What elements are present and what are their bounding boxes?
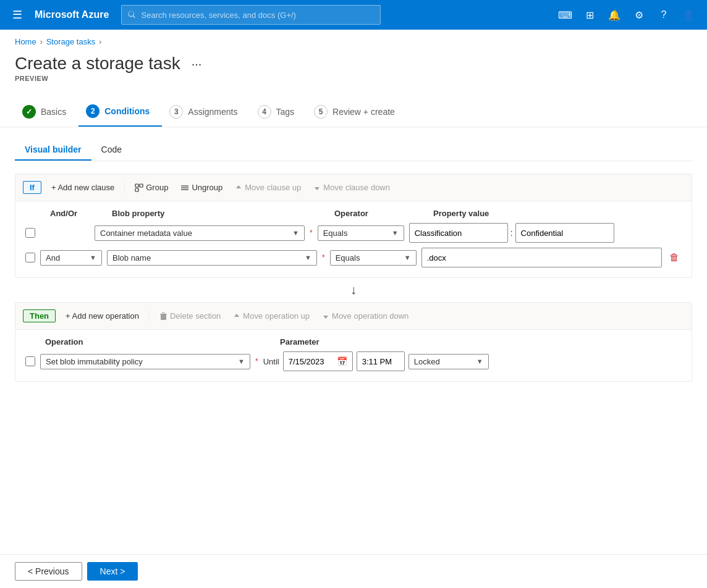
time-input[interactable] — [362, 357, 399, 366]
step-label-basics: Basics — [41, 107, 66, 117]
then-col-headers: Operation Parameter — [25, 337, 682, 346]
prop-value-input-2[interactable] — [421, 248, 662, 267]
required-star-2: * — [322, 253, 325, 262]
ungroup-icon — [180, 183, 189, 192]
next-button[interactable]: Next > — [87, 562, 138, 581]
home-link[interactable]: Home — [15, 37, 36, 46]
more-options-button[interactable]: ··· — [188, 56, 206, 72]
help-icon[interactable]: ? — [653, 4, 675, 26]
operation-checkbox-1[interactable] — [25, 356, 35, 366]
blob-property-select-2[interactable]: Blob name ▼ — [107, 250, 317, 266]
until-label: Until — [263, 357, 279, 366]
hamburger-icon[interactable]: ☰ — [7, 3, 27, 27]
if-table-area: And/Or Blob property Operator Property v… — [15, 201, 692, 277]
arrow-down-icon — [313, 184, 321, 191]
operation-row-1: Set blob immutability policy ▼ * Until 📅 — [25, 351, 682, 371]
group-button[interactable]: Group — [130, 180, 173, 195]
breadcrumb-sep-2: › — [99, 38, 101, 46]
wizard-steps: ✓ Basics 2 Conditions 3 Assignments 4 Ta… — [0, 92, 707, 127]
page-preview-label: PREVIEW — [0, 74, 707, 92]
operator-select-2[interactable]: Equals ▼ — [330, 250, 417, 266]
then-table-area: Operation Parameter Set blob immutabilit… — [15, 330, 692, 381]
wizard-step-basics[interactable]: ✓ Basics — [15, 98, 78, 126]
clause-checkbox-1[interactable] — [25, 228, 35, 238]
sub-tabs: Visual builder Code — [15, 140, 692, 161]
prop-value-group-2 — [421, 248, 662, 267]
operation-select-1[interactable]: Set blob immutability policy ▼ — [40, 354, 250, 369]
wizard-step-tags[interactable]: 4 Tags — [250, 98, 307, 126]
clause-checkbox-2[interactable] — [25, 253, 35, 262]
svg-rect-1 — [140, 184, 143, 187]
content-area: Visual builder Code If + Add new clause … — [0, 127, 707, 394]
prop-value-input-1a[interactable] — [409, 223, 508, 243]
col-header-propval: Property value — [433, 209, 682, 218]
move-clause-up-button[interactable]: Move clause up — [230, 180, 306, 195]
main-container: Home › Storage tasks › Create a storage … — [0, 30, 707, 588]
delete-row-2-button[interactable]: 🗑 — [667, 250, 682, 266]
if-badge: If — [23, 181, 41, 194]
add-clause-button[interactable]: + Add new clause — [46, 180, 119, 195]
arrow-up-icon — [235, 184, 242, 191]
search-input[interactable] — [142, 10, 375, 20]
prop-value-input-1b[interactable] — [515, 223, 614, 243]
previous-button[interactable]: < Previous — [15, 562, 82, 581]
then-toolbar-sep-1 — [149, 311, 150, 322]
step-badge-conditions: 2 — [86, 104, 99, 118]
wizard-step-assignments[interactable]: 3 Assignments — [162, 98, 250, 126]
move-operation-down-button[interactable]: Move operation down — [317, 309, 413, 323]
date-input-wrap[interactable]: 📅 — [283, 351, 353, 371]
storage-tasks-link[interactable]: Storage tasks — [46, 37, 96, 46]
if-col-headers: And/Or Blob property Operator Property v… — [25, 209, 682, 218]
nav-icons: ⌨ ⊞ 🔔 ⚙ ? 👤 — [554, 4, 700, 26]
col-header-operator: Operator — [334, 209, 433, 218]
step-badge-basics: ✓ — [22, 105, 36, 119]
clause-row-1: Container metadata value ▼ * Equals ▼ : — [25, 223, 682, 243]
dashboard-icon[interactable]: ⊞ — [578, 4, 601, 26]
step-label-assignments: Assignments — [188, 107, 237, 117]
step-label-tags: Tags — [276, 107, 295, 117]
wizard-step-conditions[interactable]: 2 Conditions — [78, 97, 162, 127]
step-label-review: Review + create — [332, 107, 395, 117]
search-icon — [128, 10, 136, 19]
add-operation-button[interactable]: + Add new operation — [61, 309, 144, 323]
wizard-step-review[interactable]: 5 Review + create — [307, 98, 407, 126]
brand-name: Microsoft Azure — [35, 9, 109, 20]
top-navigation: ☰ Microsoft Azure ⌨ ⊞ 🔔 ⚙ ? 👤 — [0, 0, 707, 30]
bell-icon[interactable]: 🔔 — [603, 4, 625, 26]
if-section: If + Add new clause Group Ungroup Move c… — [15, 174, 692, 278]
tab-visual-builder[interactable]: Visual builder — [15, 140, 91, 161]
settings-icon[interactable]: ⚙ — [628, 4, 650, 26]
locked-select[interactable]: Locked ▼ — [409, 354, 489, 369]
date-input[interactable] — [289, 357, 333, 366]
page-footer: < Previous Next > — [0, 554, 707, 588]
required-star-1: * — [310, 229, 313, 237]
search-bar[interactable] — [121, 5, 381, 25]
time-input-wrap[interactable] — [357, 351, 405, 371]
move-clause-down-button[interactable]: Move clause down — [308, 180, 395, 195]
operator-select-1[interactable]: Equals ▼ — [318, 225, 404, 241]
then-toolbar: Then + Add new operation Delete section … — [15, 303, 692, 330]
move-operation-up-button[interactable]: Move operation up — [228, 309, 315, 323]
arrow-down-op-icon — [322, 313, 329, 320]
calendar-icon[interactable]: 📅 — [337, 356, 347, 366]
delete-section-button[interactable]: Delete section — [155, 309, 226, 323]
ungroup-button[interactable]: Ungroup — [176, 180, 227, 195]
andor-select-2[interactable]: And ▼ — [40, 250, 102, 266]
breadcrumb: Home › Storage tasks › — [0, 30, 707, 49]
trash-icon — [159, 312, 167, 320]
terminal-icon[interactable]: ⌨ — [554, 4, 576, 26]
if-toolbar: If + Add new clause Group Ungroup Move c… — [15, 174, 692, 201]
step-label-conditions: Conditions — [104, 106, 150, 116]
step-badge-review: 5 — [314, 105, 328, 119]
blob-property-select-1[interactable]: Container metadata value ▼ — [95, 225, 305, 241]
tab-code[interactable]: Code — [91, 140, 132, 161]
page-title: Create a storage task — [15, 54, 180, 74]
page-header: Create a storage task ··· — [0, 49, 707, 74]
account-icon[interactable]: 👤 — [677, 4, 700, 26]
prop-value-group-1: : — [409, 223, 682, 243]
group-icon — [135, 183, 143, 192]
svg-rect-2 — [135, 188, 138, 191]
svg-rect-0 — [135, 184, 138, 187]
then-badge: Then — [23, 309, 56, 322]
col-header-operation: Operation — [45, 337, 280, 346]
